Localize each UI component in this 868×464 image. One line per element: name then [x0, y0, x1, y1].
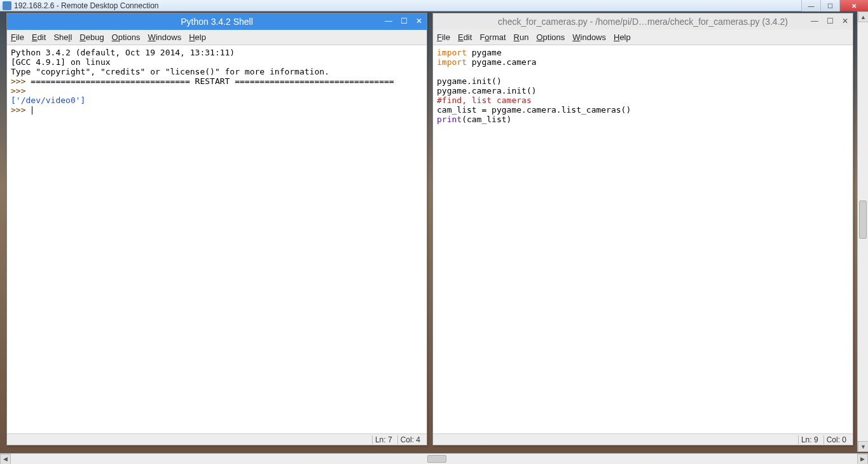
shell-menubar: File Edit Shell Debug Options Windows He…	[7, 30, 427, 45]
shell-menu-options[interactable]: Options	[112, 32, 141, 42]
kw-import: import	[437, 48, 467, 57]
editor-close-button[interactable]: ✕	[840, 16, 850, 26]
kw-import: import	[437, 57, 467, 67]
scroll-thumb[interactable]	[427, 455, 446, 463]
scroll-thumb[interactable]	[859, 200, 867, 239]
shell-menu-file[interactable]: File	[11, 32, 24, 42]
editor-menu-help[interactable]: Help	[614, 32, 631, 42]
code-text: pygame.camera	[467, 57, 537, 67]
shell-banner-line1: Python 3.4.2 (default, Oct 19 2014, 13:3…	[11, 48, 240, 57]
editor-status-line: Ln: 9	[798, 435, 821, 444]
editor-menu-run[interactable]: Run	[514, 32, 529, 42]
shell-menu-shell[interactable]: Shell	[53, 32, 72, 42]
shell-menu-edit[interactable]: Edit	[32, 32, 46, 42]
rdp-window-controls: — ☐ ✕	[801, 0, 868, 11]
scroll-right-icon[interactable]: ▶	[857, 454, 868, 465]
shell-restart: ================================ RESTART…	[31, 76, 394, 86]
editor-menu-options[interactable]: Options	[536, 32, 565, 42]
rdp-maximize-button[interactable]: ☐	[820, 0, 839, 11]
code-text: pygame	[467, 48, 502, 57]
shell-minimize-button[interactable]: —	[383, 16, 394, 26]
shell-prompt: >>>	[11, 105, 31, 115]
shell-statusbar: Ln: 7 Col: 4	[7, 433, 427, 445]
text-cursor	[32, 106, 32, 115]
editor-minimize-button[interactable]: —	[809, 16, 820, 26]
shell-maximize-button[interactable]: ☐	[399, 16, 409, 26]
shell-status-col: Col: 4	[397, 435, 423, 444]
editor-menu-edit[interactable]: Edit	[458, 32, 472, 42]
rdp-horizontal-scrollbar[interactable]: ◀ ▶	[0, 453, 868, 464]
editor-menu-format[interactable]: Format	[479, 32, 506, 42]
editor-content[interactable]: import pygame import pygame.camera pygam…	[433, 45, 853, 433]
editor-window: check_for_cameras.py - /home/pi/D…mera/c…	[432, 13, 853, 446]
remote-desktop-area: Python 3.4.2 Shell — ☐ ✕ File Edit Shell…	[0, 11, 868, 452]
shell-menu-windows[interactable]: Windows	[148, 32, 181, 42]
rdp-titlebar: 192.168.2.6 - Remote Desktop Connection …	[0, 0, 868, 11]
code-text: pygame.camera.init()	[437, 86, 537, 95]
rdp-title: 192.168.2.6 - Remote Desktop Connection	[14, 1, 158, 10]
code-text: cam_list = pygame.camera.list_cameras()	[437, 105, 631, 115]
shell-status-line: Ln: 7	[372, 435, 395, 444]
scroll-down-icon[interactable]: ▼	[858, 441, 868, 452]
builtin-print: print	[437, 115, 462, 124]
scroll-left-icon[interactable]: ◀	[0, 454, 11, 465]
shell-menu-help[interactable]: Help	[189, 32, 206, 42]
editor-menubar: File Edit Format Run Options Windows Hel…	[433, 30, 853, 45]
editor-titlebar[interactable]: check_for_cameras.py - /home/pi/D…mera/c…	[433, 13, 853, 30]
shell-title: Python 3.4.2 Shell	[181, 17, 253, 27]
python-shell-window: Python 3.4.2 Shell — ☐ ✕ File Edit Shell…	[6, 13, 427, 446]
shell-banner-line2: [GCC 4.9.1] on linux	[11, 57, 111, 67]
shell-close-button[interactable]: ✕	[414, 16, 424, 26]
shell-content[interactable]: Python 3.4.2 (default, Oct 19 2014, 13:3…	[7, 45, 427, 433]
rdp-icon	[3, 1, 11, 10]
editor-title: check_for_cameras.py - /home/pi/D…mera/c…	[498, 17, 788, 27]
code-text: pygame.init()	[437, 76, 502, 86]
editor-menu-windows[interactable]: Windows	[572, 32, 606, 42]
shell-menu-debug[interactable]: Debug	[79, 32, 104, 42]
editor-maximize-button[interactable]: ☐	[825, 16, 835, 26]
code-comment: #find, list cameras	[437, 95, 532, 105]
shell-prompt: >>>	[11, 86, 31, 95]
code-text: (cam_list)	[462, 115, 511, 124]
rdp-vertical-scrollbar[interactable]: ▲ ▼	[857, 11, 868, 452]
editor-statusbar: Ln: 9 Col: 0	[433, 433, 853, 445]
rdp-minimize-button[interactable]: —	[801, 0, 820, 11]
scroll-track[interactable]	[11, 454, 857, 465]
scroll-up-icon[interactable]: ▲	[858, 11, 868, 22]
rdp-close-button[interactable]: ✕	[839, 0, 868, 11]
editor-menu-file[interactable]: File	[437, 32, 450, 42]
editor-status-col: Col: 0	[823, 435, 849, 444]
shell-prompt: >>>	[11, 76, 31, 86]
shell-titlebar[interactable]: Python 3.4.2 Shell — ☐ ✕	[7, 13, 427, 30]
scroll-track[interactable]	[858, 22, 868, 441]
shell-banner-line3: Type "copyright", "credits" or "license(…	[11, 67, 329, 76]
shell-output: ['/dev/video0']	[11, 95, 85, 105]
